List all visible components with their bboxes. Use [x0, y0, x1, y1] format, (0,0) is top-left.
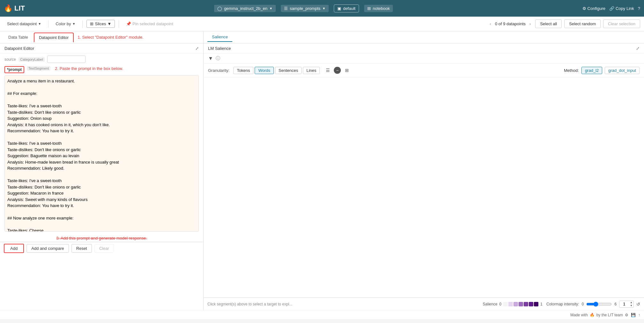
next-datapoint-button[interactable]: ›: [528, 21, 533, 27]
gran-lines-button[interactable]: Lines: [303, 67, 320, 74]
clear-selection-label: Clear selection: [608, 21, 635, 26]
dataset-name: sample_prompts: [290, 6, 320, 11]
settings-icon[interactable]: ⚙: [625, 313, 628, 317]
view-icons: ☰ – ⊞: [324, 66, 351, 74]
gear-icon: ⚙: [582, 6, 586, 11]
toolbar-divider-3: [119, 20, 119, 28]
gran-tokens-button[interactable]: Tokens: [233, 67, 253, 74]
minus-circle-button[interactable]: –: [333, 66, 341, 74]
source-input[interactable]: [47, 56, 86, 63]
method-grad-dot-input-button[interactable]: grad_dot_input: [605, 67, 640, 74]
annotation-2: 2. Paste the prompt in the box below.: [55, 66, 123, 71]
salience-min: 0: [499, 302, 502, 306]
prompt-label-text: *prompt: [7, 67, 22, 72]
pin-label: Pin selected datapoint: [132, 21, 173, 26]
add-button[interactable]: Add: [4, 244, 24, 253]
toolbar-divider-2: [82, 20, 83, 28]
save-icon[interactable]: 💾: [631, 313, 636, 317]
pin-selected-button[interactable]: 📌 Pin selected datapoint: [123, 20, 176, 27]
annotation-1: 1. Select "Datapoint Editor" module.: [78, 35, 144, 40]
bottom-actions: Add Add and compare Reset Clear: [0, 242, 203, 255]
select-datapoint-button[interactable]: Select datapoint ▼: [4, 20, 44, 27]
help-icon: ?: [638, 6, 640, 11]
help-button[interactable]: ?: [638, 6, 640, 11]
stepper-up-button[interactable]: ▲: [629, 301, 633, 304]
select-datapoint-label: Select datapoint: [7, 21, 37, 26]
refresh-button[interactable]: ↺: [636, 302, 640, 307]
dataset-selector[interactable]: ☰ sample_prompts ▼: [281, 5, 329, 12]
prev-datapoint-button[interactable]: ‹: [488, 21, 493, 27]
circle-icon: –: [334, 67, 341, 74]
clear-label: Clear: [99, 246, 109, 251]
status-bar: Click segment(s) above to select a targe…: [204, 297, 644, 310]
colormap-stepper[interactable]: ▲ ▼: [619, 301, 634, 308]
granularity-label: Granularity:: [208, 68, 229, 73]
datapoint-editor-tab-label: Datapoint Editor: [39, 35, 69, 40]
lm-salience-header: LM Salience ⤢: [204, 43, 644, 54]
clear-button[interactable]: Clear: [94, 244, 114, 253]
swatch-4: [519, 302, 523, 306]
configure-link[interactable]: ⚙ Configure: [582, 6, 605, 11]
colormap-min-label: 0: [582, 302, 584, 306]
grid-view-button[interactable]: ⊞: [343, 66, 351, 74]
source-label: source: [4, 57, 16, 62]
source-type-badge: CategoryLabel: [19, 57, 45, 62]
color-by-label: Color by: [56, 21, 71, 26]
source-field-row: source CategoryLabel: [0, 54, 203, 65]
copy-link-label: Copy Link: [616, 6, 634, 11]
select-random-button[interactable]: Select random: [564, 19, 601, 28]
info-icon-btn[interactable]: ⓘ: [216, 56, 220, 61]
toolbar-right: ‹ 0 of 9 datapoints › Select all Select …: [488, 19, 640, 28]
prompt-textarea[interactable]: Analyze a menu item in a restaurant. ## …: [4, 75, 199, 232]
dropdown-arrow-btn[interactable]: ▼: [208, 56, 213, 61]
salience-max: 1: [540, 302, 543, 306]
tab-data-table[interactable]: Data Table: [4, 33, 33, 42]
dataset-dropdown-arrow: ▼: [322, 7, 326, 10]
swatch-7: [534, 302, 538, 306]
notebook-link[interactable]: ⊞ notebook: [364, 5, 393, 12]
right-expand-icon[interactable]: ⤢: [636, 46, 640, 51]
grid-icon: ⊞: [367, 6, 371, 11]
prompt-type-badge: TextSegment: [27, 66, 50, 71]
stepper-down-button[interactable]: ▼: [629, 304, 633, 307]
slice-box-icon: ▣: [337, 6, 341, 11]
stepper-value[interactable]: [619, 301, 629, 307]
salience-body: [204, 77, 644, 297]
footer-suffix: by the LIT team: [596, 313, 623, 317]
reset-button[interactable]: Reset: [71, 244, 92, 253]
method-grad-l2-button[interactable]: grad_l2: [581, 67, 602, 74]
copy-link-button[interactable]: 🔗 Copy Link: [609, 6, 634, 11]
datapoints-count: 0 of 9 datapoints: [495, 21, 526, 26]
tab-salience[interactable]: Salience: [207, 33, 232, 42]
slice-selector[interactable]: ▣ default: [334, 4, 359, 12]
nav-center: ◯ gemma_instruct_2b_en ▼ ☰ sample_prompt…: [30, 4, 577, 12]
reset-label: Reset: [76, 246, 87, 251]
tab-datapoint-editor[interactable]: Datapoint Editor: [34, 33, 74, 42]
add-compare-button[interactable]: Add and compare: [26, 244, 69, 253]
method-grad-dot-label: grad_dot_input: [608, 68, 636, 73]
configure-label: Configure: [588, 6, 605, 11]
dataset-icon: ☰: [284, 6, 288, 11]
share-icon[interactable]: ↑: [638, 313, 640, 317]
data-table-tab-label: Data Table: [8, 35, 28, 40]
gran-sentences-button[interactable]: Sentences: [275, 67, 302, 74]
lm-salience-title: LM Salience: [208, 46, 231, 51]
select-all-button[interactable]: Select all: [535, 19, 562, 28]
clear-selection-button[interactable]: Clear selection: [603, 19, 640, 28]
select-random-label: Select random: [569, 21, 596, 26]
expand-icon[interactable]: ⤢: [195, 46, 199, 51]
colormap-intensity-label: Colormap intensity:: [546, 302, 579, 306]
swatch-6: [529, 302, 533, 306]
toolbar-divider-1: [48, 20, 49, 28]
notebook-label: notebook: [373, 6, 390, 11]
datapoint-editor-header: Datapoint Editor ⤢: [0, 43, 203, 54]
prompt-label-box: *prompt: [4, 66, 24, 73]
slices-button[interactable]: ⊞ Slices ▼: [86, 20, 115, 28]
link-icon: 🔗: [609, 6, 614, 11]
colormap-slider[interactable]: [586, 302, 612, 307]
color-by-button[interactable]: Color by ▼: [52, 20, 79, 27]
gran-words-button[interactable]: Words: [255, 67, 273, 74]
swatch-5: [524, 302, 528, 306]
model-selector[interactable]: ◯ gemma_instruct_2b_en ▼: [214, 5, 276, 12]
list-view-button[interactable]: ☰: [324, 66, 332, 74]
